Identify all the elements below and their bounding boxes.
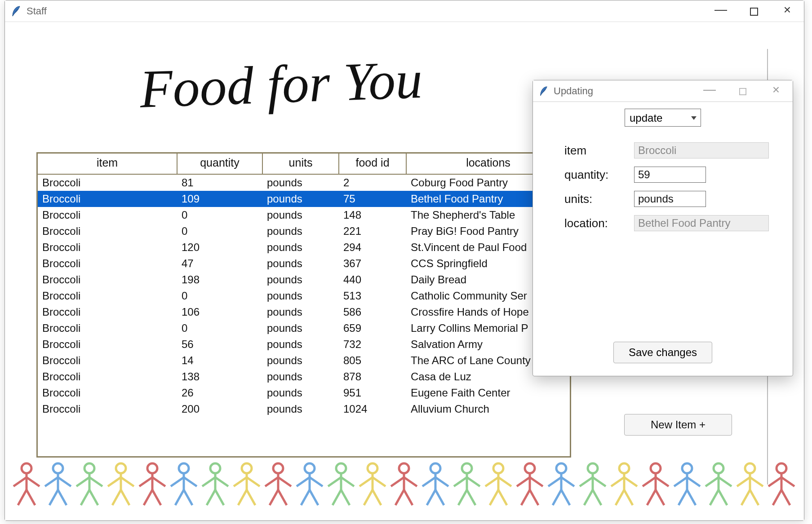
table-row[interactable]: Broccoli109pounds75Bethel Food Pantry <box>38 191 570 207</box>
person-icon <box>138 462 167 507</box>
table-row[interactable]: Broccoli138pounds878Casa de Luz <box>38 369 570 385</box>
cell: Alluvium Church <box>406 401 570 417</box>
label-item: item <box>564 144 630 158</box>
svg-line-42 <box>207 490 215 505</box>
svg-line-7 <box>27 490 35 505</box>
update-popup: Updating — × update item quantity: uni <box>532 80 793 376</box>
svg-line-90 <box>458 490 467 505</box>
table-row[interactable]: Broccoli0pounds659Larry Collins Memorial… <box>38 320 570 336</box>
svg-line-29 <box>152 477 165 486</box>
person-icon <box>389 462 419 507</box>
svg-line-151 <box>781 490 790 505</box>
svg-line-132 <box>679 490 687 505</box>
svg-line-84 <box>427 490 435 505</box>
feather-icon <box>539 86 548 97</box>
svg-line-85 <box>435 490 444 505</box>
svg-line-145 <box>750 490 759 505</box>
svg-line-125 <box>656 477 669 486</box>
main-titlebar: Staff — × <box>5 0 804 22</box>
svg-point-50 <box>273 463 283 473</box>
svg-line-13 <box>58 490 67 505</box>
table-row[interactable]: Broccoli0pounds513Catholic Community Ser <box>38 288 570 304</box>
svg-line-108 <box>553 490 561 505</box>
svg-line-88 <box>454 477 467 486</box>
svg-point-134 <box>714 463 723 473</box>
table-row[interactable]: Broccoli106pounds586Crossfire Hands of H… <box>38 304 570 320</box>
table-row[interactable]: Broccoli14pounds805The ARC of Lane Count… <box>38 352 570 369</box>
table-row[interactable]: Broccoli47pounds367CCS Springfield <box>38 255 570 272</box>
cell: 56 <box>177 336 262 352</box>
person-icon <box>358 462 387 507</box>
save-changes-button[interactable]: Save changes <box>613 342 712 363</box>
table-row[interactable]: Broccoli26pounds951Eugene Faith Center <box>38 385 570 401</box>
cell: Broccoli <box>38 304 177 320</box>
popup-maximize-button[interactable] <box>732 85 753 97</box>
cell: 14 <box>177 352 262 369</box>
col-header-foodid[interactable]: food id <box>339 154 406 174</box>
svg-line-107 <box>561 477 574 486</box>
cell: pounds <box>262 352 339 369</box>
svg-rect-1 <box>750 8 758 15</box>
cell: 75 <box>339 191 406 207</box>
col-header-quantity[interactable]: quantity <box>177 154 262 174</box>
cell: Broccoli <box>38 174 177 191</box>
person-icon <box>169 462 199 507</box>
svg-line-114 <box>584 490 593 505</box>
minimize-button[interactable]: — <box>710 5 731 17</box>
svg-line-118 <box>611 477 624 486</box>
person-icon <box>232 462 262 507</box>
table-row[interactable]: Broccoli56pounds732Salvation Army <box>38 336 570 352</box>
popup-close-button[interactable]: × <box>766 85 786 97</box>
svg-line-66 <box>333 490 341 505</box>
svg-line-53 <box>278 477 291 486</box>
quantity-field[interactable] <box>634 167 706 183</box>
cell: Broccoli <box>38 207 177 223</box>
svg-point-146 <box>777 463 786 473</box>
table-row[interactable]: Broccoli0pounds221Pray BiG! Food Pantry <box>38 223 570 239</box>
person-icon <box>735 462 765 507</box>
svg-line-4 <box>13 477 27 486</box>
table-row[interactable]: Broccoli120pounds294St.Vincent de Paul F… <box>38 239 570 255</box>
close-button[interactable]: × <box>777 5 798 17</box>
svg-line-54 <box>270 490 278 505</box>
svg-line-59 <box>310 477 323 486</box>
svg-line-10 <box>45 477 58 486</box>
maximize-button[interactable] <box>744 5 764 17</box>
new-item-button[interactable]: New Item + <box>624 414 732 436</box>
svg-line-6 <box>18 490 27 505</box>
svg-point-2 <box>22 463 31 473</box>
person-icon <box>106 462 136 507</box>
person-icon <box>767 462 796 507</box>
svg-line-48 <box>238 490 247 505</box>
popup-minimize-button[interactable]: — <box>699 85 720 97</box>
cell: 0 <box>177 320 262 336</box>
svg-point-80 <box>430 463 440 473</box>
svg-point-110 <box>588 463 598 473</box>
cell: pounds <box>262 304 339 320</box>
feather-icon <box>11 5 21 17</box>
cell: 659 <box>339 320 406 336</box>
svg-line-41 <box>215 477 228 486</box>
cell: Broccoli <box>38 369 177 385</box>
units-field[interactable] <box>634 191 706 207</box>
svg-line-89 <box>467 477 480 486</box>
table-row[interactable]: Broccoli200pounds1024Alluvium Church <box>38 401 570 417</box>
svg-line-136 <box>706 477 719 486</box>
cell: pounds <box>262 174 339 191</box>
col-header-item[interactable]: item <box>38 154 177 174</box>
action-select[interactable]: update <box>625 109 701 127</box>
cell: pounds <box>262 401 339 417</box>
svg-line-94 <box>485 477 498 486</box>
cell: pounds <box>262 320 339 336</box>
svg-point-86 <box>462 463 472 473</box>
table-row[interactable]: Broccoli81pounds2Coburg Food Pantry <box>38 174 570 191</box>
col-header-units[interactable]: units <box>262 154 339 174</box>
svg-point-68 <box>368 463 377 473</box>
svg-rect-165 <box>740 88 746 95</box>
svg-line-97 <box>498 490 507 505</box>
svg-line-35 <box>184 477 197 486</box>
person-icon <box>578 462 608 507</box>
table-row[interactable]: Broccoli0pounds148The Shepherd's Table <box>38 207 570 223</box>
window-title: Staff <box>27 5 47 17</box>
table-row[interactable]: Broccoli198pounds440Daily Bread <box>38 272 570 288</box>
